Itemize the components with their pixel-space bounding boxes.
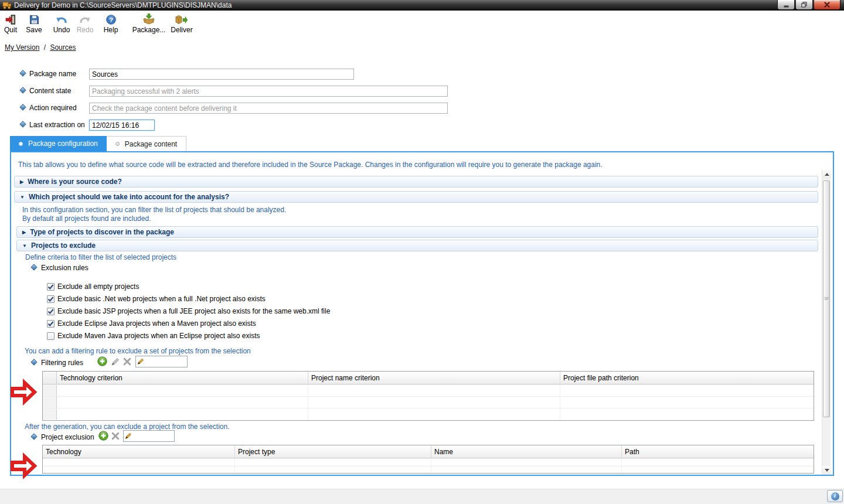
- edit-filtering-rule-button[interactable]: [111, 357, 120, 368]
- package-name-label: Package name: [29, 70, 76, 78]
- main-toolbar: Quit Save Undo: [0, 11, 844, 40]
- table-header-row: Technology Project type Name Path: [43, 445, 814, 458]
- row-selector[interactable]: [43, 385, 57, 396]
- add-filtering-rule-button[interactable]: [97, 356, 107, 368]
- save-button[interactable]: Save: [23, 13, 45, 34]
- vertical-scrollbar[interactable]: [822, 170, 831, 475]
- column-header-technology[interactable]: Technology: [43, 445, 235, 458]
- diamond-icon: [30, 264, 37, 270]
- scroll-up-button[interactable]: [822, 170, 831, 179]
- package-button[interactable]: Package...: [131, 13, 166, 34]
- quit-button[interactable]: Quit: [1, 13, 20, 34]
- breadcrumb-my-version[interactable]: My Version: [5, 43, 39, 52]
- section-header-where-is-source[interactable]: ▶ Where is your source code?: [14, 176, 818, 188]
- package-box-icon: [131, 13, 166, 25]
- scrollbar-thumb[interactable]: [823, 181, 830, 417]
- checkbox-label: Exclude all empty projects: [57, 282, 139, 291]
- exclusion-rule-row: Exclude Maven Java projects when an Ecli…: [47, 331, 260, 340]
- help-button[interactable]: ? Help: [101, 13, 121, 34]
- scrollbar-grip: [825, 297, 829, 301]
- table-row[interactable]: [43, 458, 814, 466]
- content-state-label: Content state: [29, 87, 71, 95]
- minimize-button[interactable]: [777, 0, 795, 10]
- checkbox[interactable]: [47, 295, 55, 303]
- save-floppy-icon: [23, 13, 45, 25]
- add-icon: [98, 431, 108, 441]
- redo-button: Redo: [74, 13, 96, 34]
- delivery-truck-icon: [2, 1, 12, 11]
- deliver-label: Deliver: [168, 26, 196, 34]
- check-icon: [47, 296, 54, 302]
- delete-x-icon: [123, 357, 131, 366]
- check-icon: [47, 308, 54, 315]
- column-header-project-name-criterion[interactable]: Project name criterion: [308, 372, 560, 384]
- save-label: Save: [23, 26, 45, 34]
- package-name-input[interactable]: [89, 69, 354, 80]
- check-icon: [47, 321, 54, 327]
- undo-label: Undo: [50, 26, 73, 34]
- diamond-icon: [19, 121, 26, 127]
- status-bar: [0, 489, 844, 504]
- checkbox[interactable]: [47, 283, 55, 291]
- exclusion-rules-label: Exclusion rules: [41, 264, 89, 272]
- help-question-icon: ?: [101, 13, 121, 25]
- restore-button[interactable]: [795, 0, 813, 10]
- diamond-icon: [19, 87, 26, 93]
- table-row[interactable]: [43, 384, 814, 396]
- section-header-which-project[interactable]: ▼ Which project should we take into acco…: [14, 191, 818, 203]
- delete-project-exclusion-button[interactable]: [111, 432, 120, 442]
- breadcrumb-separator: /: [44, 43, 46, 52]
- tab-package-content[interactable]: Package content: [107, 136, 186, 151]
- filtering-rules-label: Filtering rules: [41, 359, 83, 367]
- project-exclusion-hint-text: After the generation, you can exclude a …: [25, 423, 230, 431]
- checkbox[interactable]: [47, 308, 55, 315]
- undo-button[interactable]: Undo: [50, 13, 73, 34]
- diamond-icon: [30, 433, 37, 440]
- action-required-label: Action required: [29, 104, 77, 112]
- close-button[interactable]: [814, 0, 840, 10]
- breadcrumb-sources[interactable]: Sources: [50, 43, 76, 52]
- info-icon: i: [831, 492, 839, 500]
- last-extraction-label: Last extraction on: [29, 121, 85, 129]
- deliver-box-icon: [168, 13, 196, 25]
- table-row[interactable]: [43, 466, 814, 473]
- info-button[interactable]: i: [827, 490, 843, 502]
- triangle-down-icon: [825, 469, 829, 472]
- checkbox[interactable]: [47, 320, 55, 328]
- section-desc-line1: In this configuration section, you can f…: [22, 206, 286, 214]
- svg-text:?: ?: [109, 16, 113, 23]
- tab-label: Package configuration: [28, 139, 98, 148]
- column-header-project-file-path-criterion[interactable]: Project file path criterion: [560, 372, 814, 384]
- collapsed-arrow-icon: ▶: [22, 230, 26, 235]
- titlebar[interactable]: Delivery for Demo in C:\SourceServers\DM…: [0, 0, 844, 11]
- add-project-exclusion-button[interactable]: [98, 431, 108, 442]
- tab-package-configuration[interactable]: Package configuration: [10, 136, 107, 151]
- delete-filtering-rule-button[interactable]: [123, 357, 131, 367]
- section-desc-line2: By default all projects found are includ…: [22, 214, 151, 223]
- column-header-technology-criterion[interactable]: Technology criterion: [57, 372, 308, 384]
- triangle-up-icon: [825, 173, 829, 176]
- table-row[interactable]: [43, 408, 814, 420]
- section-header-type-of-projects[interactable]: ▶ Type of projects to discover in the pa…: [16, 226, 818, 238]
- row-selector[interactable]: [43, 408, 57, 420]
- tab-intro-text: This tab allows you to define what sourc…: [18, 161, 603, 169]
- deliver-button[interactable]: Deliver: [168, 13, 196, 34]
- edit-pencil-icon: [111, 357, 120, 366]
- help-label: Help: [101, 26, 121, 34]
- table-row[interactable]: [43, 396, 814, 408]
- checkbox[interactable]: [47, 332, 55, 340]
- action-required-input: [89, 103, 448, 114]
- section-header-projects-to-exclude[interactable]: ▼ Projects to exclude: [16, 240, 818, 251]
- last-extraction-input[interactable]: [89, 120, 155, 131]
- filtering-rules-table: Technology criterion Project name criter…: [42, 371, 814, 421]
- column-header-project-type[interactable]: Project type: [235, 445, 431, 458]
- filtering-rules-filter-input[interactable]: [135, 356, 188, 367]
- tab-label: Package content: [125, 140, 177, 148]
- project-exclusion-filter-input[interactable]: [123, 430, 175, 442]
- scroll-down-button[interactable]: [822, 466, 831, 475]
- column-header-name[interactable]: Name: [431, 445, 622, 458]
- checkbox-label: Exclude Maven Java projects when an Ecli…: [57, 332, 260, 340]
- quit-door-icon: [1, 13, 20, 25]
- row-selector[interactable]: [43, 397, 57, 408]
- column-header-path[interactable]: Path: [622, 445, 814, 458]
